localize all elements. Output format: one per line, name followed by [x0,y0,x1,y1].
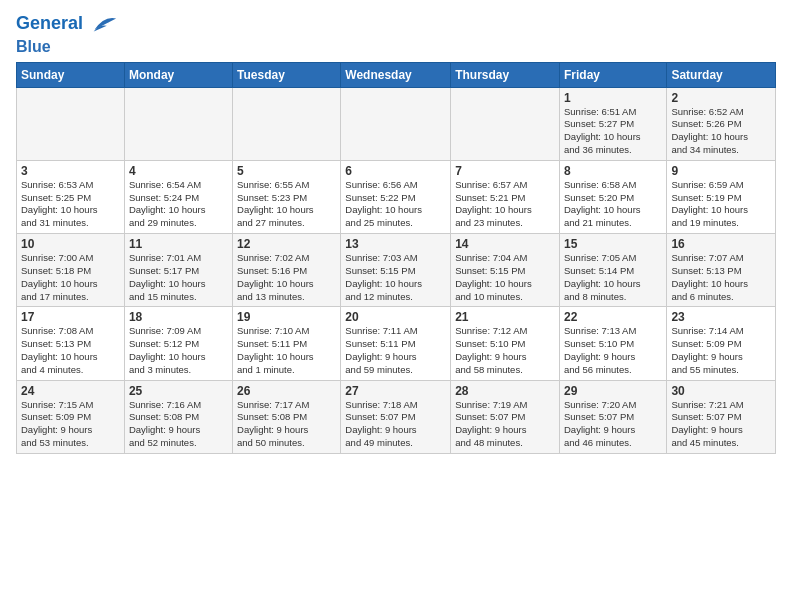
day-info: Sunrise: 7:15 AM Sunset: 5:09 PM Dayligh… [21,399,120,450]
day-info: Sunrise: 6:57 AM Sunset: 5:21 PM Dayligh… [455,179,555,230]
day-cell: 30Sunrise: 7:21 AM Sunset: 5:07 PM Dayli… [667,380,776,453]
day-cell [233,87,341,160]
day-cell: 11Sunrise: 7:01 AM Sunset: 5:17 PM Dayli… [124,234,232,307]
day-info: Sunrise: 6:56 AM Sunset: 5:22 PM Dayligh… [345,179,446,230]
day-cell: 15Sunrise: 7:05 AM Sunset: 5:14 PM Dayli… [559,234,666,307]
day-cell: 13Sunrise: 7:03 AM Sunset: 5:15 PM Dayli… [341,234,451,307]
day-info: Sunrise: 7:07 AM Sunset: 5:13 PM Dayligh… [671,252,771,303]
day-number: 22 [564,310,662,324]
day-cell: 29Sunrise: 7:20 AM Sunset: 5:07 PM Dayli… [559,380,666,453]
day-info: Sunrise: 6:51 AM Sunset: 5:27 PM Dayligh… [564,106,662,157]
weekday-header-saturday: Saturday [667,62,776,87]
day-number: 13 [345,237,446,251]
day-cell [341,87,451,160]
day-cell: 19Sunrise: 7:10 AM Sunset: 5:11 PM Dayli… [233,307,341,380]
day-info: Sunrise: 6:52 AM Sunset: 5:26 PM Dayligh… [671,106,771,157]
day-cell: 21Sunrise: 7:12 AM Sunset: 5:10 PM Dayli… [451,307,560,380]
day-number: 15 [564,237,662,251]
day-cell: 4Sunrise: 6:54 AM Sunset: 5:24 PM Daylig… [124,160,232,233]
day-info: Sunrise: 7:01 AM Sunset: 5:17 PM Dayligh… [129,252,228,303]
day-cell: 3Sunrise: 6:53 AM Sunset: 5:25 PM Daylig… [17,160,125,233]
day-info: Sunrise: 6:53 AM Sunset: 5:25 PM Dayligh… [21,179,120,230]
day-number: 1 [564,91,662,105]
calendar-table: SundayMondayTuesdayWednesdayThursdayFrid… [16,62,776,454]
day-number: 17 [21,310,120,324]
day-cell [124,87,232,160]
day-info: Sunrise: 7:09 AM Sunset: 5:12 PM Dayligh… [129,325,228,376]
day-info: Sunrise: 6:55 AM Sunset: 5:23 PM Dayligh… [237,179,336,230]
day-number: 11 [129,237,228,251]
weekday-header-wednesday: Wednesday [341,62,451,87]
day-number: 25 [129,384,228,398]
day-info: Sunrise: 7:19 AM Sunset: 5:07 PM Dayligh… [455,399,555,450]
day-info: Sunrise: 7:17 AM Sunset: 5:08 PM Dayligh… [237,399,336,450]
day-cell: 14Sunrise: 7:04 AM Sunset: 5:15 PM Dayli… [451,234,560,307]
day-info: Sunrise: 7:05 AM Sunset: 5:14 PM Dayligh… [564,252,662,303]
day-info: Sunrise: 7:03 AM Sunset: 5:15 PM Dayligh… [345,252,446,303]
day-cell: 10Sunrise: 7:00 AM Sunset: 5:18 PM Dayli… [17,234,125,307]
day-info: Sunrise: 7:21 AM Sunset: 5:07 PM Dayligh… [671,399,771,450]
day-info: Sunrise: 7:12 AM Sunset: 5:10 PM Dayligh… [455,325,555,376]
day-info: Sunrise: 7:00 AM Sunset: 5:18 PM Dayligh… [21,252,120,303]
day-cell: 26Sunrise: 7:17 AM Sunset: 5:08 PM Dayli… [233,380,341,453]
day-info: Sunrise: 7:13 AM Sunset: 5:10 PM Dayligh… [564,325,662,376]
weekday-header-thursday: Thursday [451,62,560,87]
day-cell: 1Sunrise: 6:51 AM Sunset: 5:27 PM Daylig… [559,87,666,160]
day-cell: 25Sunrise: 7:16 AM Sunset: 5:08 PM Dayli… [124,380,232,453]
day-cell: 18Sunrise: 7:09 AM Sunset: 5:12 PM Dayli… [124,307,232,380]
day-number: 23 [671,310,771,324]
week-row-3: 10Sunrise: 7:00 AM Sunset: 5:18 PM Dayli… [17,234,776,307]
day-info: Sunrise: 6:54 AM Sunset: 5:24 PM Dayligh… [129,179,228,230]
day-cell: 22Sunrise: 7:13 AM Sunset: 5:10 PM Dayli… [559,307,666,380]
day-cell: 2Sunrise: 6:52 AM Sunset: 5:26 PM Daylig… [667,87,776,160]
day-number: 27 [345,384,446,398]
day-cell: 6Sunrise: 6:56 AM Sunset: 5:22 PM Daylig… [341,160,451,233]
day-number: 8 [564,164,662,178]
day-number: 7 [455,164,555,178]
day-cell: 7Sunrise: 6:57 AM Sunset: 5:21 PM Daylig… [451,160,560,233]
day-number: 10 [21,237,120,251]
day-cell: 28Sunrise: 7:19 AM Sunset: 5:07 PM Dayli… [451,380,560,453]
day-cell: 5Sunrise: 6:55 AM Sunset: 5:23 PM Daylig… [233,160,341,233]
day-info: Sunrise: 7:14 AM Sunset: 5:09 PM Dayligh… [671,325,771,376]
day-info: Sunrise: 6:58 AM Sunset: 5:20 PM Dayligh… [564,179,662,230]
day-number: 12 [237,237,336,251]
day-cell: 23Sunrise: 7:14 AM Sunset: 5:09 PM Dayli… [667,307,776,380]
day-info: Sunrise: 7:20 AM Sunset: 5:07 PM Dayligh… [564,399,662,450]
day-cell: 8Sunrise: 6:58 AM Sunset: 5:20 PM Daylig… [559,160,666,233]
weekday-header-monday: Monday [124,62,232,87]
day-cell: 27Sunrise: 7:18 AM Sunset: 5:07 PM Dayli… [341,380,451,453]
day-number: 30 [671,384,771,398]
logo-bird-icon [90,10,118,38]
day-number: 24 [21,384,120,398]
day-number: 19 [237,310,336,324]
day-number: 29 [564,384,662,398]
day-info: Sunrise: 7:04 AM Sunset: 5:15 PM Dayligh… [455,252,555,303]
logo-text-block: General Blue [16,10,118,56]
weekday-header-friday: Friday [559,62,666,87]
day-number: 28 [455,384,555,398]
day-cell: 16Sunrise: 7:07 AM Sunset: 5:13 PM Dayli… [667,234,776,307]
day-cell: 17Sunrise: 7:08 AM Sunset: 5:13 PM Dayli… [17,307,125,380]
header: General Blue [16,10,776,56]
day-number: 18 [129,310,228,324]
day-cell: 20Sunrise: 7:11 AM Sunset: 5:11 PM Dayli… [341,307,451,380]
day-info: Sunrise: 7:08 AM Sunset: 5:13 PM Dayligh… [21,325,120,376]
day-number: 6 [345,164,446,178]
day-number: 16 [671,237,771,251]
weekday-header-row: SundayMondayTuesdayWednesdayThursdayFrid… [17,62,776,87]
day-info: Sunrise: 7:18 AM Sunset: 5:07 PM Dayligh… [345,399,446,450]
week-row-5: 24Sunrise: 7:15 AM Sunset: 5:09 PM Dayli… [17,380,776,453]
day-info: Sunrise: 6:59 AM Sunset: 5:19 PM Dayligh… [671,179,771,230]
day-number: 4 [129,164,228,178]
day-info: Sunrise: 7:16 AM Sunset: 5:08 PM Dayligh… [129,399,228,450]
day-number: 2 [671,91,771,105]
logo-blue: Blue [16,38,118,56]
weekday-header-sunday: Sunday [17,62,125,87]
day-info: Sunrise: 7:02 AM Sunset: 5:16 PM Dayligh… [237,252,336,303]
day-number: 9 [671,164,771,178]
day-number: 20 [345,310,446,324]
week-row-2: 3Sunrise: 6:53 AM Sunset: 5:25 PM Daylig… [17,160,776,233]
logo: General Blue [16,10,118,56]
day-number: 26 [237,384,336,398]
